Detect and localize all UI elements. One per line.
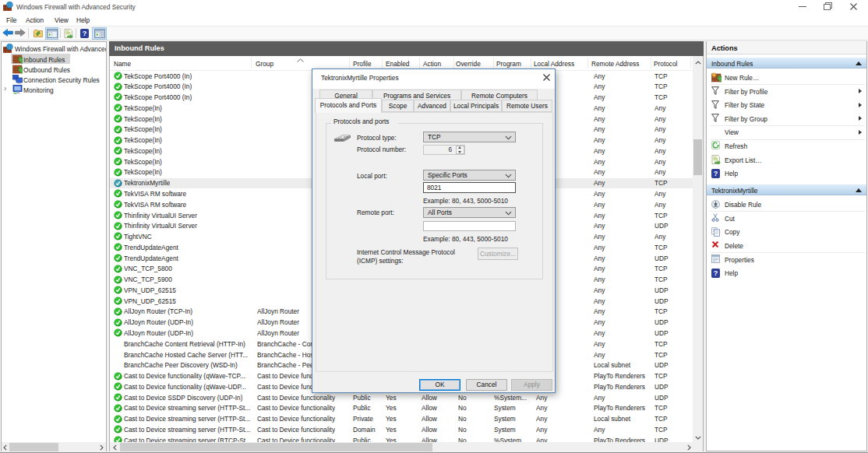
svg-text:?: ?	[83, 30, 87, 37]
svg-text:?: ?	[714, 269, 718, 277]
svg-text:?: ?	[714, 170, 718, 177]
